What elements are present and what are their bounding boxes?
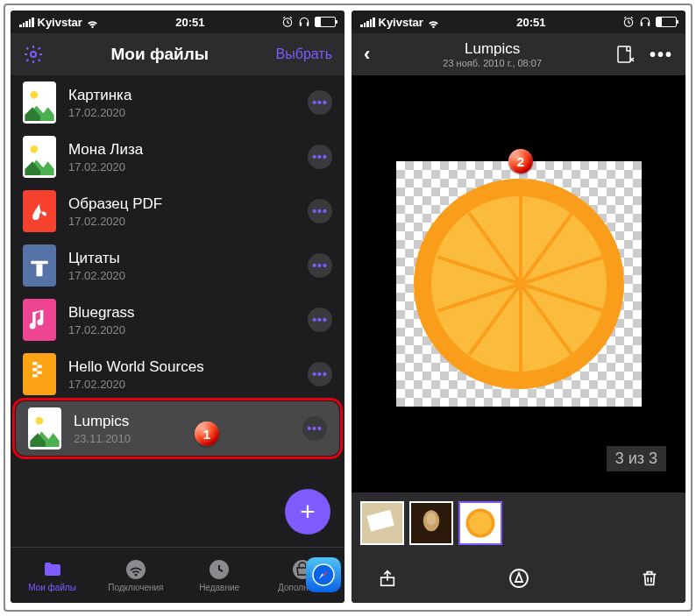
phone-right-preview: Kyivstar 20:51 ‹ Lumpics 23 нояб. 2010 г… <box>352 11 685 603</box>
add-button[interactable]: + <box>285 489 330 535</box>
image-viewer[interactable]: 3 из 3 <box>352 75 685 492</box>
file-more-button[interactable]: ••• <box>302 416 327 441</box>
tab-wifi[interactable]: Подключения <box>94 548 177 603</box>
svg-point-42 <box>469 512 492 535</box>
battery-icon <box>315 17 336 27</box>
phone-left-my-files: Kyivstar 20:51 Мои файлы Выбрать Картинк… <box>11 11 344 603</box>
svg-rect-14 <box>32 362 37 365</box>
file-type-icon <box>23 353 56 395</box>
alarm-icon <box>281 16 294 28</box>
svg-point-24 <box>134 573 137 576</box>
file-date: 17.02.2020 <box>68 106 295 119</box>
wifi-icon <box>427 16 440 29</box>
page-title: Мои файлы <box>44 45 276 64</box>
svg-rect-16 <box>32 368 37 372</box>
safari-icon[interactable] <box>306 557 341 592</box>
top-bar: Мои файлы Выбрать <box>11 33 344 75</box>
file-type-icon <box>28 407 61 450</box>
file-type-icon <box>23 190 56 232</box>
file-more-button[interactable]: ••• <box>308 362 332 386</box>
detail-subtitle: 23 нояб. 2010 г., 08:07 <box>377 58 607 68</box>
delete-button[interactable] <box>638 567 661 590</box>
svg-rect-12 <box>31 261 47 265</box>
battery-icon <box>656 17 677 27</box>
thumbnail-2[interactable] <box>409 501 453 545</box>
svg-point-3 <box>31 52 36 57</box>
wifi-icon <box>86 16 99 29</box>
svg-rect-1 <box>300 23 302 26</box>
svg-point-23 <box>126 560 146 579</box>
annotation-badge-2: 2 <box>508 149 533 173</box>
file-list: Картинка17.02.2020 ••• Мона Лиза17.02.20… <box>11 75 344 547</box>
alarm-icon <box>622 16 635 28</box>
thumbnail-1[interactable] <box>360 501 404 545</box>
file-type-icon <box>23 136 56 178</box>
image-preview <box>396 161 642 407</box>
file-more-button[interactable]: ••• <box>308 145 332 169</box>
svg-rect-13 <box>37 264 43 276</box>
svg-rect-2 <box>307 23 309 26</box>
tab-label: Недавние <box>199 583 239 592</box>
tab-clock[interactable]: Недавние <box>178 548 261 603</box>
clock-icon <box>209 559 230 580</box>
file-item-lumpics[interactable]: Lumpics23.11.2010 ••• <box>16 401 339 456</box>
svg-point-5 <box>31 91 39 99</box>
time-label: 20:51 <box>99 16 281 29</box>
status-bar: Kyivstar 20:51 <box>352 11 685 33</box>
file-date: 17.02.2020 <box>68 323 295 336</box>
file-item-hello-world-sources[interactable]: Hello World Sources17.02.2020 ••• <box>11 347 344 401</box>
svg-rect-34 <box>618 46 630 62</box>
image-counter: 3 из 3 <box>607 446 666 471</box>
svg-rect-33 <box>648 23 650 26</box>
headphones-icon <box>638 16 652 28</box>
svg-rect-18 <box>32 374 37 378</box>
file-name: Bluegrass <box>68 304 295 322</box>
pdf-export-icon[interactable] <box>614 44 636 65</box>
thumbnail-strip <box>352 492 685 554</box>
file-more-button[interactable]: ••• <box>308 253 332 278</box>
file-name: Образец PDF <box>68 195 295 213</box>
file-name: Hello World Sources <box>68 358 295 376</box>
file-more-button[interactable]: ••• <box>308 308 332 332</box>
svg-rect-15 <box>37 365 41 369</box>
file-more-button[interactable]: ••• <box>308 90 332 115</box>
file-date: 23.11.2010 <box>74 432 290 445</box>
file-more-button[interactable]: ••• <box>308 199 332 223</box>
file-item-образец-pdf[interactable]: Образец PDF17.02.2020 ••• <box>11 184 344 238</box>
signal-icon <box>360 18 375 27</box>
file-date: 17.02.2020 <box>68 215 295 228</box>
headphones-icon <box>297 16 311 28</box>
back-button[interactable]: ‹ <box>364 43 370 66</box>
tab-label: Мои файлы <box>28 583 76 592</box>
detail-toolbar <box>352 554 685 603</box>
status-bar: Kyivstar 20:51 <box>11 11 344 33</box>
file-item-bluegrass[interactable]: Bluegrass17.02.2020 ••• <box>11 293 344 347</box>
tab-label: Подключения <box>108 583 163 592</box>
svg-point-39 <box>426 513 436 526</box>
detail-top-bar: ‹ Lumpics 23 нояб. 2010 г., 08:07 ••• <box>352 33 685 75</box>
folder-icon <box>42 559 63 580</box>
tab-bar: Мои файлыПодключенияНедавниеДополнения <box>11 547 344 603</box>
file-name: Мона Лиза <box>68 141 295 159</box>
tab-folder[interactable]: Мои файлы <box>11 548 94 603</box>
file-date: 17.02.2020 <box>68 160 295 173</box>
file-item-мона-лиза[interactable]: Мона Лиза17.02.2020 ••• <box>11 130 344 184</box>
file-type-icon <box>23 81 56 124</box>
thumbnail-3[interactable] <box>458 501 502 545</box>
svg-rect-17 <box>37 372 41 375</box>
edit-button[interactable] <box>508 567 530 590</box>
file-date: 17.02.2020 <box>68 378 295 391</box>
file-item-картинка[interactable]: Картинка17.02.2020 ••• <box>11 75 344 130</box>
file-name: Цитаты <box>68 250 295 267</box>
more-button[interactable]: ••• <box>650 45 673 65</box>
annotation-badge-1: 1 <box>195 421 219 446</box>
file-item-цитаты[interactable]: Цитаты17.02.2020 ••• <box>11 238 344 293</box>
wifi-icon <box>125 559 146 580</box>
time-label: 20:51 <box>440 16 622 29</box>
share-button[interactable] <box>376 567 399 590</box>
carrier-label: Kyivstar <box>379 16 423 29</box>
gear-icon[interactable] <box>23 44 44 65</box>
select-button[interactable]: Выбрать <box>276 46 332 62</box>
file-name: Картинка <box>68 87 295 104</box>
file-date: 17.02.2020 <box>68 269 295 282</box>
